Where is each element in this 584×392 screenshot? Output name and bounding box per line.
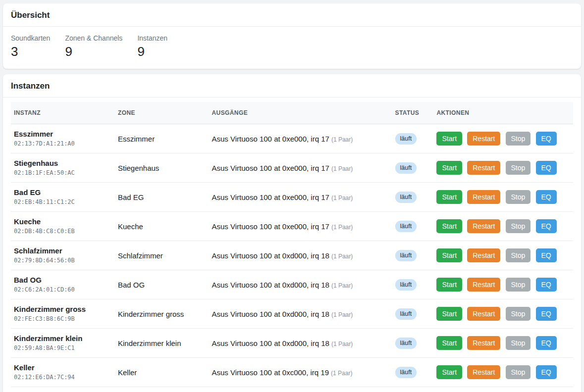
eq-button[interactable]: EQ [536,219,557,233]
instance-output: Asus Virtuoso 100 at 0xd000, irq 18 [212,339,329,347]
start-button[interactable]: Start [436,278,462,292]
eq-button[interactable]: EQ [536,161,557,175]
instance-name: Kueche [14,217,111,227]
stop-button[interactable]: Stop [506,219,531,233]
instance-name: Stiegenhaus [14,158,111,168]
overview-card: Übersicht Soundkarten 3 Zonen & Channels… [3,3,581,69]
stop-button[interactable]: Stop [506,336,531,350]
column-header-status: STATUS [392,102,434,124]
start-button[interactable]: Start [436,248,462,262]
start-button[interactable]: Start [436,161,462,175]
restart-button[interactable]: Restart [467,307,500,321]
instance-mac: 02:DB:4B:C8:C0:EB [14,227,111,236]
status-badge: läuft [395,308,417,320]
instance-output: Asus Virtuoso 100 at 0xe000, irq 17 [212,222,329,231]
table-row: Keller 02:12:E6:DA:7C:94 Keller Asus Vir… [11,358,573,387]
instance-mac: 02:EB:4B:11:C1:2C [14,198,111,206]
instance-zone: Kueche [115,212,209,241]
stat-label: Instanzen [137,34,167,43]
stop-button[interactable]: Stop [506,248,531,262]
start-button[interactable]: Start [436,132,462,146]
instance-name: Bad EG [14,188,111,197]
status-badge: läuft [395,338,417,349]
status-badge: läuft [395,221,417,232]
status-badge: läuft [395,279,417,291]
restart-button[interactable]: Restart [467,161,500,175]
eq-button[interactable]: EQ [536,278,557,292]
instance-mac: 02:C6:2A:01:CD:60 [14,286,111,294]
eq-button[interactable]: EQ [536,190,557,204]
instance-zone: Kinderzimmer klein [115,329,209,358]
column-header-aktionen: AKTIONEN [433,102,573,124]
eq-button[interactable]: EQ [536,365,557,379]
start-button[interactable]: Start [436,336,462,350]
start-button[interactable]: Start [436,219,462,233]
table-row: Esszimmer 02:13:7D:A1:21:A0 Esszimmer As… [11,124,573,153]
instance-pair-count: (1 Paar) [331,224,353,231]
instance-output: Asus Virtuoso 100 at 0xe000, irq 17 [212,135,329,143]
instance-zone: Kinderzimmer gross [115,299,209,329]
status-badge: läuft [395,192,417,203]
instances-table: INSTANZ ZONE AUSGÄNGE STATUS AKTIONEN Es… [11,102,573,387]
instances-table-body: Esszimmer 02:13:7D:A1:21:A0 Esszimmer As… [11,124,573,387]
instance-mac: 02:1B:1F:EA:50:AC [14,169,111,177]
column-header-zone: ZONE [115,102,209,124]
stat-value: 9 [65,44,122,59]
restart-button[interactable]: Restart [467,190,500,204]
instance-output: Asus Virtuoso 100 at 0xd000, irq 18 [212,281,329,289]
status-badge: läuft [395,133,417,145]
start-button[interactable]: Start [436,365,462,379]
instance-pair-count: (1 Paar) [331,253,353,260]
restart-button[interactable]: Restart [467,365,500,379]
restart-button[interactable]: Restart [467,132,500,146]
instance-zone: Keller [115,358,209,387]
table-row: Bad EG 02:EB:4B:11:C1:2C Bad EG Asus Vir… [11,183,573,212]
overview-stats: Soundkarten 3 Zonen & Channels 9 Instanz… [3,27,581,69]
instance-zone: Esszimmer [115,124,209,153]
stop-button[interactable]: Stop [506,278,531,292]
eq-button[interactable]: EQ [536,336,557,350]
instance-name: Bad OG [14,275,111,285]
table-row: Stiegenhaus 02:1B:1F:EA:50:AC Stiegenhau… [11,153,573,183]
restart-button[interactable]: Restart [467,278,500,292]
status-badge: läuft [395,250,417,261]
instance-name: Keller [14,363,111,373]
stat-value: 3 [11,44,50,59]
instance-name: Schlafzimmer [14,246,111,256]
instance-output: Asus Virtuoso 100 at 0xe000, irq 17 [212,164,329,172]
stop-button[interactable]: Stop [506,132,531,146]
stat-value: 9 [137,44,167,59]
eq-button[interactable]: EQ [536,248,557,262]
instance-output: Asus Virtuoso 100 at 0xd000, irq 18 [212,251,329,260]
instance-zone: Stiegenhaus [115,153,209,183]
instance-zone: Bad OG [115,270,209,299]
start-button[interactable]: Start [436,190,462,204]
restart-button[interactable]: Restart [467,219,500,233]
table-row: Bad OG 02:C6:2A:01:CD:60 Bad OG Asus Vir… [11,270,573,299]
stop-button[interactable]: Stop [506,365,531,379]
stop-button[interactable]: Stop [506,161,531,175]
stat-label: Zonen & Channels [65,34,122,43]
instance-zone: Schlafzimmer [115,241,209,270]
start-button[interactable]: Start [436,307,462,321]
stat-zonen-channels: Zonen & Channels 9 [65,34,122,59]
instances-card: Instanzen INSTANZ ZONE AUSGÄNGE STATUS A… [3,74,581,392]
instance-mac: 02:59:A8:BA:9E:C1 [14,344,111,352]
table-row: Kinderzimmer gross 02:FE:C3:B8:6C:9B Kin… [11,299,573,329]
column-header-ausgaenge: AUSGÄNGE [209,102,392,124]
eq-button[interactable]: EQ [536,307,557,321]
table-header-row: INSTANZ ZONE AUSGÄNGE STATUS AKTIONEN [11,102,573,124]
restart-button[interactable]: Restart [467,248,500,262]
instances-table-wrap: INSTANZ ZONE AUSGÄNGE STATUS AKTIONEN Es… [3,98,581,392]
instance-pair-count: (1 Paar) [331,282,353,289]
restart-button[interactable]: Restart [467,336,500,350]
stat-label: Soundkarten [11,34,50,43]
instance-pair-count: (1 Paar) [331,341,353,347]
stop-button[interactable]: Stop [506,307,531,321]
overview-title: Übersicht [3,3,581,27]
stat-soundkarten: Soundkarten 3 [11,34,50,59]
stop-button[interactable]: Stop [506,190,531,204]
table-row: Schlafzimmer 02:79:8D:64:56:0B Schlafzim… [11,241,573,270]
stat-instanzen: Instanzen 9 [137,34,167,59]
eq-button[interactable]: EQ [536,132,557,146]
